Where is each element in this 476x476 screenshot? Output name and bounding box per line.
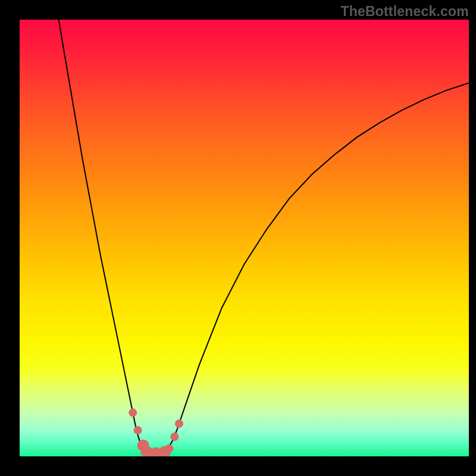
valley-marker (165, 444, 173, 453)
outer-frame: TheBottleneck.com (0, 0, 476, 476)
marker-group (129, 409, 183, 456)
valley-marker (129, 409, 137, 417)
curve-group (59, 20, 469, 453)
valley-marker (170, 433, 178, 441)
curve-layer (20, 20, 469, 456)
watermark-text: TheBottleneck.com (340, 4, 469, 20)
valley-marker (134, 426, 142, 434)
curve-right-branch (165, 83, 469, 452)
valley-marker (175, 419, 183, 428)
plot-area (20, 20, 469, 456)
curve-left-branch (59, 20, 147, 452)
